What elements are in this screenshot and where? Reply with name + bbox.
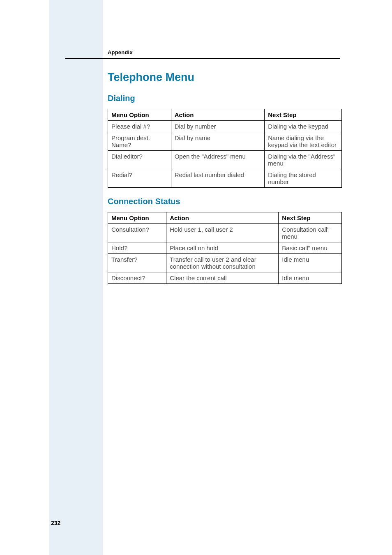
- table-row: Redial? Redial last number dialed Dialin…: [108, 169, 342, 188]
- cell-next-step: Idle menu: [279, 272, 342, 284]
- connection-status-table: Menu Option Action Next Step Consultatio…: [108, 212, 342, 284]
- page-number: 232: [51, 520, 60, 526]
- table-row: Transfer? Transfer call to user 2 and cl…: [108, 254, 342, 272]
- page-title: Telephone Menu: [108, 71, 342, 84]
- cell-next-step: Basic call" menu: [279, 242, 342, 254]
- cell-action: Redial last number dialed: [171, 169, 265, 188]
- cell-next-step: Idle menu: [279, 254, 342, 272]
- cell-action: Open the "Address" menu: [171, 151, 265, 169]
- cell-action: Transfer call to user 2 and clear connec…: [166, 254, 279, 272]
- horizontal-rule: [65, 58, 340, 59]
- cell-next-step: Name dialing via the keypad via the text…: [265, 132, 342, 151]
- dialing-heading: Dialing: [108, 94, 342, 103]
- cell-next-step: Dialing via the keypad: [265, 121, 342, 132]
- cell-action: Clear the current call: [166, 272, 279, 284]
- col-header-menu-option: Menu Option: [108, 109, 171, 121]
- cell-menu-option: Consultation?: [108, 224, 166, 242]
- cell-action: Dial by number: [171, 121, 265, 132]
- col-header-menu-option: Menu Option: [108, 212, 166, 224]
- page: Appendix Telephone Menu Dialing Menu Opt…: [0, 0, 392, 555]
- dialing-table: Menu Option Action Next Step Please dial…: [108, 109, 342, 188]
- cell-menu-option: Disconnect?: [108, 272, 166, 284]
- cell-menu-option: Transfer?: [108, 254, 166, 272]
- cell-menu-option: Dial editor?: [108, 151, 171, 169]
- table-row: Program dest. Name? Dial by name Name di…: [108, 132, 342, 151]
- table-row: Dial editor? Open the "Address" menu Dia…: [108, 151, 342, 169]
- table-header-row: Menu Option Action Next Step: [108, 109, 342, 121]
- table-row: Consultation? Hold user 1, call user 2 C…: [108, 224, 342, 242]
- cell-action: Hold user 1, call user 2: [166, 224, 279, 242]
- left-sidebar: [49, 0, 103, 555]
- cell-menu-option: Please dial #?: [108, 121, 171, 132]
- cell-next-step: Dialing the stored number: [265, 169, 342, 188]
- cell-next-step: Consultation call" menu: [279, 224, 342, 242]
- table-row: Please dial #? Dial by number Dialing vi…: [108, 121, 342, 132]
- table-row: Hold? Place call on hold Basic call" men…: [108, 242, 342, 254]
- col-header-action: Action: [171, 109, 265, 121]
- table-row: Disconnect? Clear the current call Idle …: [108, 272, 342, 284]
- col-header-next-step: Next Step: [265, 109, 342, 121]
- cell-next-step: Dialing via the "Address" menu: [265, 151, 342, 169]
- cell-action: Place call on hold: [166, 242, 279, 254]
- col-header-action: Action: [166, 212, 279, 224]
- cell-menu-option: Redial?: [108, 169, 171, 188]
- cell-action: Dial by name: [171, 132, 265, 151]
- col-header-next-step: Next Step: [279, 212, 342, 224]
- cell-menu-option: Program dest. Name?: [108, 132, 171, 151]
- connection-status-heading: Connection Status: [108, 197, 342, 206]
- appendix-label: Appendix: [108, 49, 342, 58]
- content-area: Appendix Telephone Menu Dialing Menu Opt…: [108, 49, 342, 284]
- cell-menu-option: Hold?: [108, 242, 166, 254]
- table-header-row: Menu Option Action Next Step: [108, 212, 342, 224]
